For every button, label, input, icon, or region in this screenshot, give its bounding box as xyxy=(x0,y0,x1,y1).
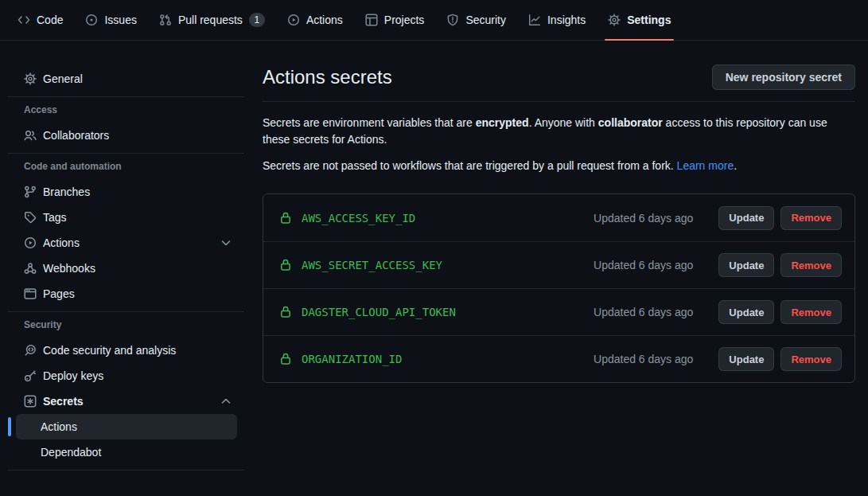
tab-insights[interactable]: Insights xyxy=(520,0,594,40)
projects-table-icon xyxy=(365,14,378,26)
sidebar-item-label: Code security and analysis xyxy=(43,344,176,357)
sidebar-subitem-secrets-actions[interactable]: Actions xyxy=(16,414,237,439)
secret-row: AWS_ACCESS_KEY_ID Updated 6 days ago Upd… xyxy=(263,194,854,241)
update-secret-button[interactable]: Update xyxy=(718,300,774,324)
remove-secret-button[interactable]: Remove xyxy=(780,300,842,324)
sidebar-item-collaborators[interactable]: Collaborators xyxy=(16,123,237,148)
description-bold-encrypted: encrypted xyxy=(476,116,529,129)
sidebar-item-general[interactable]: General xyxy=(16,66,237,92)
fork-note: Secrets are not passed to workflows that… xyxy=(263,158,855,174)
sidebar-divider xyxy=(8,470,244,471)
gear-icon xyxy=(24,72,37,85)
tab-projects[interactable]: Projects xyxy=(357,0,433,40)
secrets-table: AWS_ACCESS_KEY_ID Updated 6 days ago Upd… xyxy=(263,193,855,383)
tab-label: Issues xyxy=(104,14,136,26)
sidebar-item-webhooks[interactable]: Webhooks xyxy=(16,256,237,281)
secret-name: AWS_ACCESS_KEY_ID xyxy=(302,212,415,225)
sidebar-divider xyxy=(8,153,244,154)
page-title: Actions secrets xyxy=(263,65,392,89)
webhook-icon xyxy=(24,262,37,275)
graph-icon xyxy=(528,14,541,26)
remove-secret-button[interactable]: Remove xyxy=(780,206,842,230)
tab-actions[interactable]: Actions xyxy=(279,0,351,40)
update-secret-button[interactable]: Update xyxy=(718,347,774,371)
tag-icon xyxy=(24,211,37,224)
secret-row: DAGSTER_CLOUD_API_TOKEN Updated 6 days a… xyxy=(263,288,854,335)
secret-updated-timestamp: Updated 6 days ago xyxy=(594,212,693,225)
tab-security[interactable]: Security xyxy=(438,0,514,40)
sidebar-section-security: Security xyxy=(0,318,263,331)
description-bold-collaborator: collaborator xyxy=(598,116,663,129)
shield-icon xyxy=(446,14,459,26)
secret-name: DAGSTER_CLOUD_API_TOKEN xyxy=(302,306,456,318)
people-icon xyxy=(24,129,37,142)
browser-icon xyxy=(24,287,37,300)
sidebar-item-label: Tags xyxy=(43,211,67,224)
sidebar-item-code-security[interactable]: Code security and analysis xyxy=(16,338,237,363)
tab-label: Actions xyxy=(306,14,343,26)
sidebar-item-label: General xyxy=(43,72,83,85)
sidebar-item-label: Pages xyxy=(43,287,75,300)
sidebar-item-deploy-keys[interactable]: Deploy keys xyxy=(16,363,237,389)
lock-icon xyxy=(279,259,292,271)
tab-label: Security xyxy=(465,14,506,26)
sidebar-divider xyxy=(8,96,244,97)
sidebar-item-pages[interactable]: Pages xyxy=(16,281,237,307)
secret-updated-timestamp: Updated 6 days ago xyxy=(594,306,693,318)
sidebar-item-label: Branches xyxy=(43,186,90,198)
repo-tab-nav: Code Issues Pull requests 1 Actions Proj… xyxy=(0,0,868,41)
learn-more-link[interactable]: Learn more xyxy=(677,159,734,172)
pull-requests-count-badge: 1 xyxy=(249,13,265,27)
issue-opened-icon xyxy=(85,14,98,26)
gear-icon xyxy=(608,14,621,26)
play-icon xyxy=(287,14,300,26)
tab-pull-requests[interactable]: Pull requests 1 xyxy=(151,0,273,40)
panel-header: Actions secrets New repository secret xyxy=(263,64,855,102)
sidebar-item-secrets[interactable]: Secrets xyxy=(16,389,237,414)
sidebar-item-actions[interactable]: Actions xyxy=(16,230,237,256)
remove-secret-button[interactable]: Remove xyxy=(780,253,842,277)
lock-icon xyxy=(279,212,292,225)
git-pull-request-icon xyxy=(159,14,172,26)
sidebar-item-label: Secrets xyxy=(43,395,84,408)
new-repository-secret-button[interactable]: New repository secret xyxy=(712,64,855,90)
sidebar-item-tags[interactable]: Tags xyxy=(16,205,237,230)
description-text: Secrets are environment variables that a… xyxy=(263,116,476,129)
sidebar-item-branches[interactable]: Branches xyxy=(16,179,237,205)
code-icon xyxy=(18,14,30,26)
sidebar-divider xyxy=(8,311,244,312)
sidebar-subitem-secrets-dependabot[interactable]: Dependabot xyxy=(16,439,237,465)
tab-label: Pull requests xyxy=(178,14,243,26)
update-secret-button[interactable]: Update xyxy=(718,253,774,277)
play-icon xyxy=(24,236,37,249)
secrets-description: Secrets are environment variables that a… xyxy=(263,115,855,148)
lock-icon xyxy=(279,306,292,318)
sidebar-item-label: Deploy keys xyxy=(43,369,103,382)
sidebar-item-label: Actions xyxy=(43,236,80,249)
secret-updated-timestamp: Updated 6 days ago xyxy=(594,259,693,271)
row-actions: Update Remove xyxy=(718,206,842,230)
update-secret-button[interactable]: Update xyxy=(718,206,774,230)
remove-secret-button[interactable]: Remove xyxy=(780,347,842,371)
secret-row: AWS_SECRET_ACCESS_KEY Updated 6 days ago… xyxy=(263,241,854,288)
tab-label: Insights xyxy=(547,14,586,26)
actions-secrets-panel: Actions secrets New repository secret Se… xyxy=(263,41,868,495)
row-actions: Update Remove xyxy=(718,347,842,371)
tab-code[interactable]: Code xyxy=(10,0,71,40)
key-asterisk-icon xyxy=(24,395,37,408)
chevron-up-icon xyxy=(220,395,232,408)
lock-icon xyxy=(279,353,292,365)
sidebar-item-label: Dependabot xyxy=(41,446,101,459)
chevron-down-icon xyxy=(220,236,232,249)
tab-label: Settings xyxy=(627,14,671,26)
tab-settings[interactable]: Settings xyxy=(600,0,679,40)
sidebar-section-code-automation: Code and automation xyxy=(0,160,263,173)
tab-label: Projects xyxy=(384,14,425,26)
row-actions: Update Remove xyxy=(718,253,842,277)
description-text: . Anyone with xyxy=(529,116,598,129)
sidebar-item-label: Actions xyxy=(41,420,77,433)
secret-name: AWS_SECRET_ACCESS_KEY xyxy=(302,259,442,271)
fork-note-suffix: . xyxy=(734,159,737,172)
tab-issues[interactable]: Issues xyxy=(77,0,144,40)
row-actions: Update Remove xyxy=(718,300,842,324)
